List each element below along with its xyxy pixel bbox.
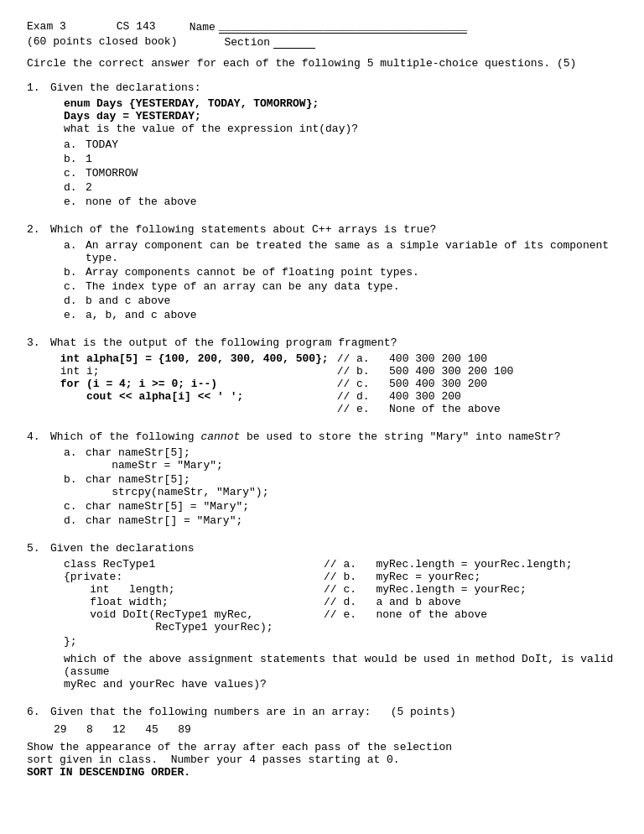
- question-1: 1. Given the declarations: enum Days {YE…: [27, 81, 617, 208]
- question-3: 3. What is the output of the following p…: [27, 336, 617, 415]
- q5-closing: };: [64, 635, 617, 648]
- q4-number: 4.: [27, 430, 44, 443]
- q5-layout: class RecType1 {private: int length; flo…: [64, 558, 617, 633]
- question-2: 2. Which of the following statements abo…: [27, 223, 617, 321]
- exam-header: Exam 3 CS 143 Name _____________________…: [27, 20, 617, 49]
- q1-options: a.TODAY b.1 c.TOMORROW d.2 e.none of the…: [64, 138, 617, 208]
- question-6: 6. Given that the following numbers are …: [27, 706, 617, 779]
- section-underline-field: [273, 35, 315, 49]
- section-label: Section: [224, 36, 270, 49]
- q1-number: 1.: [27, 81, 44, 94]
- question-4: 4. Which of the following cannot be used…: [27, 430, 617, 527]
- q1-text: Given the declarations:: [50, 81, 617, 94]
- exam-label: Exam 3: [27, 20, 66, 34]
- name-label: Name: [190, 21, 216, 34]
- name-underline-field: ______________________________________: [219, 20, 467, 34]
- q4-options: a. char nameStr[5]; nameStr = "Mary"; b.…: [64, 446, 617, 527]
- q6-array: 29 8 12 45 89: [54, 723, 617, 736]
- q2-options: a.An array component can be treated the …: [64, 239, 617, 321]
- q5-number: 5.: [27, 542, 44, 555]
- q3-options: // a. 400 300 200 100 // b. 500 400 300 …: [337, 352, 514, 415]
- q6-number: 6.: [27, 706, 44, 718]
- course-label: CS 143: [117, 20, 156, 34]
- q6-text: Given that the following numbers are in …: [50, 706, 617, 718]
- instructions: Circle the correct answer for each of th…: [27, 57, 617, 70]
- question-5: 5. Given the declarations class RecType1…: [27, 542, 617, 691]
- q4-text: Which of the following cannot be used to…: [50, 430, 617, 443]
- q2-text: Which of the following statements about …: [50, 223, 617, 236]
- points-info: (60 points closed book): [27, 35, 177, 49]
- q1-code: enum Days {YESTERDAY, TODAY, TOMORROW}; …: [64, 97, 617, 135]
- q5-options: // a. myRec.length = yourRec.length; // …: [324, 558, 572, 633]
- q6-posttext: Show the appearance of the array after e…: [27, 741, 617, 779]
- q3-code-options: int alpha[5] = {100, 200, 300, 400, 500}…: [54, 352, 617, 415]
- q2-number: 2.: [27, 223, 44, 236]
- q5-text: Given the declarations: [50, 542, 617, 555]
- q3-code: int alpha[5] = {100, 200, 300, 400, 500}…: [54, 352, 329, 415]
- q5-code: class RecType1 {private: int length; flo…: [64, 558, 315, 633]
- q3-number: 3.: [27, 336, 44, 349]
- q3-text: What is the output of the following prog…: [50, 336, 617, 349]
- q5-posttext: which of the above assignment statements…: [64, 653, 617, 691]
